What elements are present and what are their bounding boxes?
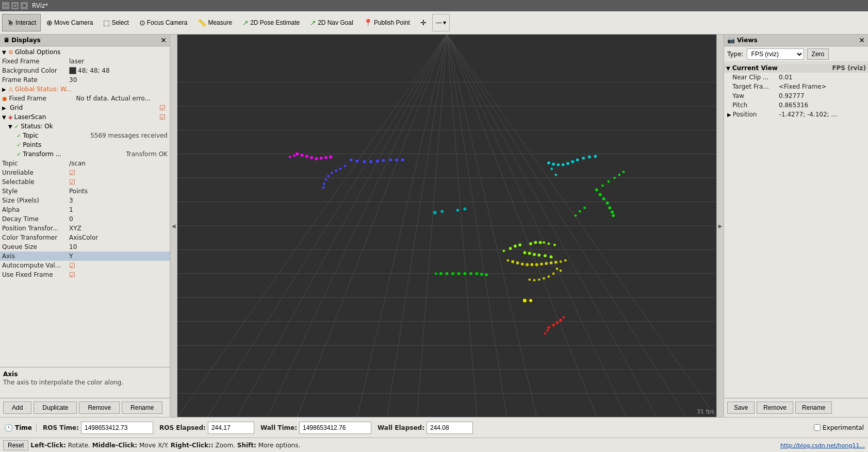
rename-view-button[interactable]: Rename [795, 401, 832, 414]
svg-point-81 [623, 171, 625, 173]
svg-point-35 [315, 157, 318, 160]
wall-elapsed-section: Wall Elapsed: [378, 422, 473, 434]
maximize-button[interactable]: □ [11, 2, 19, 9]
views-type-select[interactable]: FPS (rviz) Orbit (rviz) TopDownOrtho [747, 48, 804, 60]
views-zero-button[interactable]: Zero [807, 48, 829, 60]
measure-button[interactable]: 📏 Measure [193, 14, 237, 31]
experimental-checkbox[interactable] [814, 424, 821, 431]
wall-time-input[interactable] [299, 422, 371, 434]
ros-time-input[interactable] [81, 422, 153, 434]
ls-autocompute-row[interactable]: Autocompute Val... ☑ [0, 261, 170, 270]
ls-decay-row[interactable]: Decay Time 0 [0, 214, 170, 224]
ls-autocompute-checkbox[interactable]: ☑ [69, 262, 75, 270]
fixed-frame-label: Fixed Frame [2, 58, 69, 65]
publish-point-button[interactable]: 📍 Publish Point [359, 14, 415, 31]
svg-point-112 [545, 262, 548, 265]
ls-pos-transform-row[interactable]: Position Transfor... XYZ [0, 224, 170, 233]
grid-row[interactable]: ▶ Grid ☑ [0, 103, 170, 112]
focus-camera-button[interactable]: ⊙ Focus Camera [135, 14, 192, 31]
left-collapse-handle[interactable]: ◀ [170, 35, 177, 417]
svg-point-141 [559, 319, 562, 322]
right-collapse-handle[interactable]: ▶ [716, 35, 724, 417]
select-icon: ⬚ [103, 19, 110, 27]
ls-topic-row[interactable]: Topic /scan [0, 159, 170, 168]
add-button[interactable]: ✛ [416, 14, 431, 31]
svg-point-46 [382, 159, 385, 162]
topic-status-row[interactable]: ✓ Topic 5569 messages received [0, 131, 170, 140]
transform-status-row[interactable]: ✓ Transform ... Transform OK [0, 149, 170, 159]
ls-axis-row[interactable]: Axis Y [0, 252, 170, 261]
remove-display-button[interactable]: Remove [79, 401, 120, 414]
bg-color-row[interactable]: Background Color 48; 48; 48 [0, 66, 170, 75]
ls-decay-label: Decay Time [2, 215, 69, 223]
current-view-header[interactable]: ▼ Current View FPS (rviz) [724, 63, 868, 73]
interact-button[interactable]: 🖱 Interact [2, 14, 41, 31]
toolbar-dropdown[interactable]: — ▾ [432, 14, 450, 31]
time-section-header: 🕐 Time [4, 424, 37, 432]
close-button[interactable]: ✕ [21, 2, 28, 9]
pose-estimate-button[interactable]: ↗ 2D Pose Estimate [238, 14, 304, 31]
svg-point-136 [523, 299, 527, 303]
move-camera-button[interactable]: ⊕ Move Camera [42, 14, 97, 31]
ls-queue-row[interactable]: Queue Size 10 [0, 242, 170, 252]
add-display-button[interactable]: Add [3, 401, 31, 414]
ls-style-row[interactable]: Style Points [0, 187, 170, 196]
displays-close-button[interactable]: ✕ [160, 36, 167, 44]
fixed-frame-row[interactable]: Fixed Frame laser [0, 57, 170, 66]
ls-fixed-frame-checkbox[interactable]: ☑ [69, 271, 75, 279]
svg-point-107 [521, 262, 524, 265]
ls-unreliable-row[interactable]: Unreliable ☑ [0, 168, 170, 177]
cv-yaw-row[interactable]: Yaw 0.92777 [724, 91, 868, 101]
ls-unreliable-checkbox[interactable]: ☑ [69, 169, 75, 177]
points-status-icon: ✓ [17, 142, 21, 148]
cv-target-frame-row[interactable]: Target Fra... <Fixed Frame> [724, 82, 868, 91]
status-hint: Left-Click: Rotate. Middle-Click: Move X… [30, 442, 300, 449]
nav-goal-button[interactable]: ↗ 2D Nav Goal [305, 14, 358, 31]
ls-fixed-frame-row[interactable]: Use Fixed Frame ☑ [0, 270, 170, 279]
cv-position-row[interactable]: ▶ Position -1.4277; -4.102; ... [724, 110, 868, 119]
svg-point-118 [556, 267, 559, 270]
svg-point-132 [476, 272, 479, 275]
global-options-row[interactable]: ▼ ⚙ Global Options [0, 47, 170, 57]
svg-point-144 [544, 332, 547, 335]
cv-near-clip-row[interactable]: Near Clip ... 0.01 [724, 73, 868, 82]
cv-pitch-row[interactable]: Pitch 0.865316 [724, 101, 868, 110]
points-status-row[interactable]: ✓ Points [0, 140, 170, 149]
ros-elapsed-input[interactable] [208, 422, 254, 434]
views-close-button[interactable]: ✕ [859, 36, 865, 44]
status-url-link[interactable]: http://blog.csdn.net/hong11... [780, 442, 865, 449]
frame-rate-row[interactable]: Frame Rate 30 [0, 75, 170, 85]
remove-view-button[interactable]: Remove [757, 401, 793, 414]
grid-checkbox[interactable]: ☑ [159, 104, 166, 112]
select-button[interactable]: ⬚ Select [99, 14, 133, 31]
grid-label: Grid [10, 104, 159, 111]
rename-display-button[interactable]: Rename [122, 401, 162, 414]
duplicate-button[interactable]: Duplicate [34, 401, 77, 414]
titlebar-buttons[interactable]: — □ ✕ [2, 2, 28, 9]
laserscan-row[interactable]: ▼ ◈ LaserScan ☑ [0, 112, 170, 122]
svg-point-34 [310, 156, 313, 159]
svg-point-130 [463, 272, 466, 275]
save-view-button[interactable]: Save [727, 401, 755, 414]
bg-color-label: Background Color [2, 67, 69, 74]
svg-point-126 [439, 272, 443, 275]
global-status-row[interactable]: ▶ ⚠ Global Status: W... [0, 85, 170, 94]
minimize-button[interactable]: — [2, 2, 9, 9]
svg-point-108 [526, 263, 529, 266]
ls-selectable-checkbox[interactable]: ☑ [69, 178, 75, 186]
ls-color-transform-row[interactable]: Color Transformer AxisColor [0, 233, 170, 242]
ls-selectable-row[interactable]: Selectable ☑ [0, 177, 170, 187]
status-ok-arrow: ▼ [8, 124, 13, 129]
svg-point-40 [289, 156, 291, 158]
fixed-frame-error-row[interactable]: ● Fixed Frame No tf data. Actual erro... [0, 94, 170, 103]
svg-point-104 [502, 249, 505, 252]
status-ok-icon: ✓ [14, 123, 19, 130]
ls-size-row[interactable]: Size (Pixels) 3 [0, 196, 170, 205]
viewport[interactable]: 31 fps [177, 35, 716, 417]
wall-elapsed-input[interactable] [427, 422, 473, 434]
svg-point-39 [293, 155, 296, 157]
ls-alpha-row[interactable]: Alpha 1 [0, 205, 170, 214]
laserscan-checkbox[interactable]: ☑ [159, 113, 166, 121]
reset-button[interactable]: Reset [3, 440, 28, 450]
status-ok-row[interactable]: ▼ ✓ Status: Ok [0, 122, 170, 131]
